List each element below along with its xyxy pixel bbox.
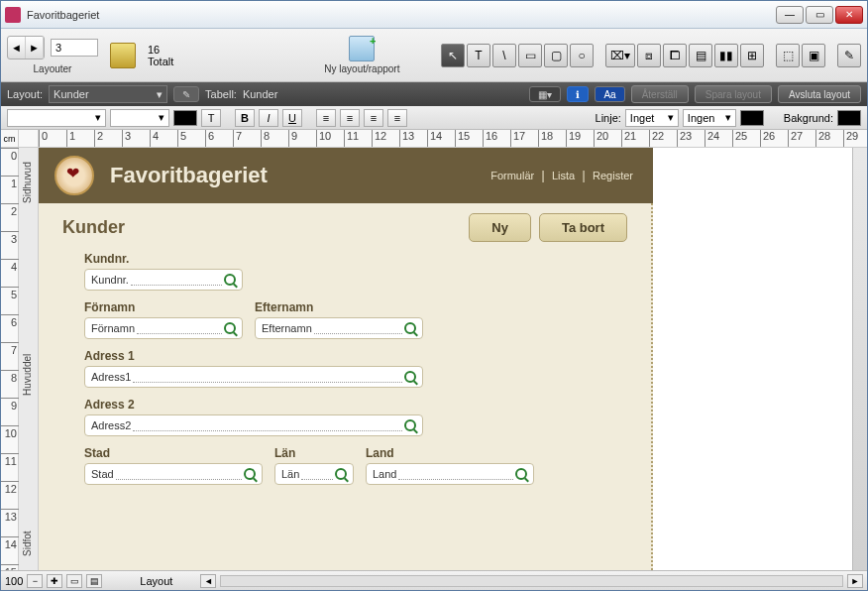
efternamn-field[interactable]: Efternamn	[255, 317, 423, 339]
scroll-left-icon[interactable]: ◄	[200, 574, 216, 588]
size-select[interactable]: ▾	[110, 109, 169, 127]
table-label: Tabell:	[205, 88, 237, 100]
adress1-label: Adress 1	[84, 349, 423, 363]
fornamn-field[interactable]: Förnamn	[84, 317, 243, 339]
efternamn-label: Efternamn	[255, 300, 423, 314]
search-icon	[515, 468, 527, 480]
part-tool-icon[interactable]: ⧈	[637, 44, 661, 67]
layout-bar: Layout: Kunder▾ ✎ Tabell: Kunder ▦▾ ℹ Aa…	[1, 82, 867, 106]
text-color-swatch[interactable]	[173, 110, 197, 126]
italic-icon[interactable]: I	[259, 109, 278, 127]
layout-select[interactable]: Kunder▾	[49, 85, 167, 103]
line-style-select[interactable]: Inget▾	[625, 109, 679, 127]
popup-tool-icon[interactable]: ▣	[802, 44, 825, 67]
layout-nav[interactable]: ◄ ►	[7, 36, 45, 59]
search-icon	[224, 322, 236, 334]
lan-field[interactable]: Län	[274, 463, 354, 485]
text-format-icon[interactable]: Aa	[595, 86, 624, 102]
scroll-right-icon[interactable]: ►	[847, 574, 863, 588]
minimize-button[interactable]: —	[776, 6, 804, 24]
tab-tool-icon[interactable]: ⧠	[663, 44, 687, 67]
format-painter-icon[interactable]: ✎	[837, 44, 861, 67]
pointer-tool-icon[interactable]: ↖	[441, 44, 465, 67]
form-header: Favoritbageriet Formulär | Lista | Regis…	[39, 148, 653, 203]
page-title: Kunder	[62, 217, 461, 238]
new-layout-icon[interactable]	[349, 36, 375, 61]
webview-tool-icon[interactable]: ⊞	[740, 44, 764, 67]
chart-tool-icon[interactable]: ▮▮	[714, 44, 738, 67]
reset-button[interactable]: Återställ	[631, 85, 689, 103]
zoom-value: 100	[5, 575, 23, 587]
book-icon[interactable]	[110, 43, 136, 68]
land-field[interactable]: Land	[366, 463, 534, 485]
h-scrollbar[interactable]	[220, 575, 843, 587]
line-weight-select[interactable]: Ingen▾	[683, 109, 736, 127]
button-tool-icon[interactable]: ⬚	[776, 44, 800, 67]
part-labels: Sidhuvud Huvuddel Sidfot	[19, 148, 39, 570]
kundnr-field[interactable]: Kundnr.	[84, 269, 243, 291]
underline-icon[interactable]: U	[282, 109, 302, 127]
stad-label: Stad	[84, 446, 263, 460]
layouter-label: Layouter	[34, 63, 72, 74]
new-layout-label: Ny layout/rapport	[324, 63, 399, 74]
form-page: Favoritbageriet Formulär | Lista | Regis…	[39, 148, 653, 570]
status-bar: 100 − ✚ ▭ ▤ Layout ◄ ►	[1, 570, 867, 590]
bg-color-swatch[interactable]	[837, 110, 861, 126]
line-tool-icon[interactable]: \	[492, 44, 516, 67]
rect-tool-icon[interactable]: ▭	[518, 44, 542, 67]
prev-layout-icon[interactable]: ◄	[8, 37, 26, 59]
total-label: Totalt	[148, 56, 173, 67]
roundrect-tool-icon[interactable]: ▢	[544, 44, 568, 67]
line-label: Linje:	[596, 112, 621, 124]
bold-icon[interactable]: B	[235, 109, 255, 127]
layout-canvas[interactable]: Favoritbageriet Formulär | Lista | Regis…	[39, 148, 867, 570]
close-button[interactable]: ✕	[835, 6, 863, 24]
delete-button[interactable]: Ta bort	[539, 213, 627, 242]
fornamn-label: Förnamn	[84, 300, 243, 314]
search-icon	[404, 371, 416, 383]
search-icon	[404, 322, 416, 334]
app-icon	[5, 7, 21, 23]
maximize-button[interactable]: ▭	[806, 6, 833, 24]
zoom-out-icon[interactable]: −	[27, 574, 43, 588]
view3-icon[interactable]: ▤	[86, 574, 102, 588]
next-layout-icon[interactable]: ►	[26, 37, 44, 59]
view2-icon[interactable]: ▭	[66, 574, 82, 588]
align-center-icon[interactable]: ≡	[340, 109, 360, 127]
ruler-unit: cm	[1, 130, 19, 148]
font-select[interactable]: ▾	[7, 109, 106, 127]
edit-pencil-icon[interactable]: ✎	[173, 86, 199, 102]
save-layout-button[interactable]: Spara layout	[695, 85, 772, 103]
align-right-icon[interactable]: ≡	[364, 109, 383, 127]
part-body-label[interactable]: Huvuddel	[22, 296, 33, 396]
align-justify-icon[interactable]: ≡	[387, 109, 407, 127]
vertical-ruler[interactable]: 0123456789101112131415	[1, 148, 19, 570]
align-left-icon[interactable]: ≡	[316, 109, 336, 127]
link-register[interactable]: Register	[589, 170, 637, 181]
exit-layout-button[interactable]: Avsluta layout	[778, 85, 861, 103]
view1-icon[interactable]: ✚	[47, 574, 62, 588]
horizontal-ruler[interactable]: 0123456789101112131415161718192021222324…	[39, 130, 867, 148]
grid-toggle-icon[interactable]: ▦▾	[529, 86, 561, 102]
format-bar: ▾ ▾ T B I U ≡ ≡ ≡ ≡ Linje: Inget▾ Ingen▾…	[1, 106, 867, 130]
field-tool-icon[interactable]: ⌧▾	[605, 44, 635, 67]
table-value: Kunder	[243, 88, 277, 100]
adress1-field[interactable]: Adress1	[84, 366, 423, 388]
adress2-field[interactable]: Adress2	[84, 414, 423, 436]
info-icon[interactable]: ℹ	[567, 86, 589, 102]
link-form[interactable]: Formulär	[487, 170, 538, 181]
part-header-label[interactable]: Sidhuvud	[22, 158, 33, 203]
link-list[interactable]: Lista	[548, 170, 579, 181]
new-button[interactable]: Ny	[469, 213, 531, 242]
text-style-icon[interactable]: T	[201, 109, 221, 127]
stad-field[interactable]: Stad	[84, 463, 263, 485]
main-toolbar: ◄ ► Layouter 16 Totalt Ny layout/rapport…	[1, 29, 867, 82]
app-window: Favoritbageriet — ▭ ✕ ◄ ► Layouter 16 To…	[0, 0, 868, 591]
text-tool-icon[interactable]: T	[467, 44, 490, 67]
part-gutter-corner	[19, 130, 39, 148]
line-color-swatch[interactable]	[740, 110, 764, 126]
layout-number-input[interactable]	[51, 39, 98, 57]
part-footer-label[interactable]: Sidfot	[22, 517, 33, 556]
oval-tool-icon[interactable]: ○	[570, 44, 594, 67]
portal-tool-icon[interactable]: ▤	[689, 44, 712, 67]
